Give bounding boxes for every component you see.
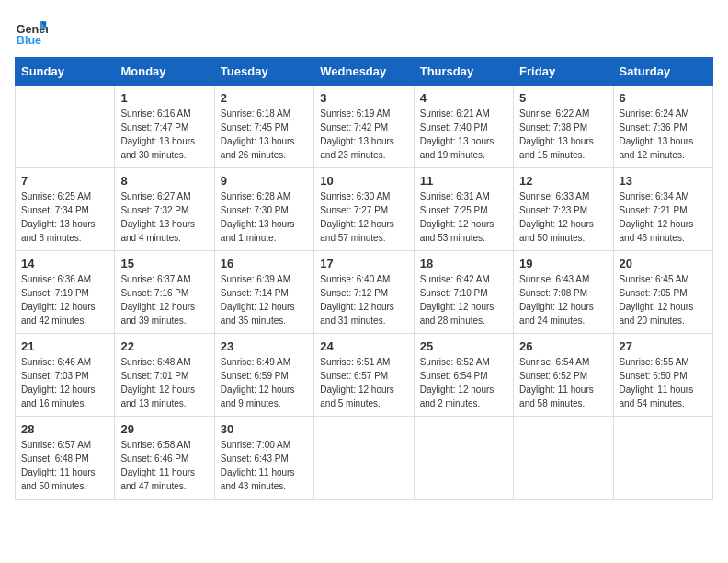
col-header-monday: Monday [115, 58, 214, 86]
day-info: Sunrise: 6:31 AM Sunset: 7:25 PM Dayligh… [420, 190, 507, 245]
calendar-week-row-1: 1Sunrise: 6:16 AM Sunset: 7:47 PM Daylig… [16, 86, 713, 168]
day-info: Sunrise: 6:51 AM Sunset: 6:57 PM Dayligh… [320, 355, 407, 410]
calendar-week-row-2: 7Sunrise: 6:25 AM Sunset: 7:34 PM Daylig… [16, 168, 713, 251]
col-header-sunday: Sunday [16, 58, 115, 86]
day-number: 26 [519, 339, 607, 353]
day-number: 9 [221, 174, 308, 188]
calendar-cell: 29Sunrise: 6:58 AM Sunset: 6:46 PM Dayli… [115, 417, 214, 500]
day-number: 23 [221, 339, 308, 353]
day-info: Sunrise: 6:54 AM Sunset: 6:52 PM Dayligh… [519, 355, 607, 410]
calendar-cell: 19Sunrise: 6:43 AM Sunset: 7:08 PM Dayli… [514, 251, 613, 334]
calendar-cell: 4Sunrise: 6:21 AM Sunset: 7:40 PM Daylig… [414, 86, 513, 168]
day-info: Sunrise: 6:39 AM Sunset: 7:14 PM Dayligh… [221, 272, 308, 327]
day-info: Sunrise: 6:16 AM Sunset: 7:47 PM Dayligh… [120, 107, 208, 162]
day-number: 12 [519, 174, 607, 188]
calendar-cell: 23Sunrise: 6:49 AM Sunset: 6:59 PM Dayli… [214, 334, 313, 417]
day-number: 21 [21, 339, 108, 353]
day-number: 22 [120, 339, 208, 353]
day-number: 11 [420, 174, 507, 188]
day-number: 28 [21, 422, 108, 436]
day-number: 24 [320, 339, 407, 353]
col-header-thursday: Thursday [414, 58, 513, 86]
calendar-week-row-4: 21Sunrise: 6:46 AM Sunset: 7:03 PM Dayli… [16, 334, 713, 417]
day-number: 14 [21, 257, 108, 270]
calendar-cell: 1Sunrise: 6:16 AM Sunset: 7:47 PM Daylig… [115, 86, 214, 168]
day-number: 27 [620, 339, 707, 353]
day-info: Sunrise: 6:46 AM Sunset: 7:03 PM Dayligh… [21, 355, 108, 410]
calendar-cell: 12Sunrise: 6:33 AM Sunset: 7:23 PM Dayli… [514, 168, 613, 251]
calendar-cell: 20Sunrise: 6:45 AM Sunset: 7:05 PM Dayli… [613, 251, 712, 334]
calendar-cell: 11Sunrise: 6:31 AM Sunset: 7:25 PM Dayli… [414, 168, 513, 251]
day-info: Sunrise: 6:58 AM Sunset: 6:46 PM Dayligh… [120, 438, 208, 493]
day-number: 4 [420, 91, 507, 105]
day-number: 17 [320, 257, 407, 270]
calendar-cell: 5Sunrise: 6:22 AM Sunset: 7:38 PM Daylig… [514, 86, 613, 168]
day-info: Sunrise: 6:37 AM Sunset: 7:16 PM Dayligh… [120, 272, 208, 327]
day-info: Sunrise: 6:30 AM Sunset: 7:27 PM Dayligh… [320, 190, 407, 245]
calendar-cell: 6Sunrise: 6:24 AM Sunset: 7:36 PM Daylig… [613, 86, 712, 168]
calendar-cell: 13Sunrise: 6:34 AM Sunset: 7:21 PM Dayli… [613, 168, 712, 251]
day-number: 13 [620, 174, 707, 188]
calendar-cell: 25Sunrise: 6:52 AM Sunset: 6:54 PM Dayli… [414, 334, 513, 417]
calendar-cell: 18Sunrise: 6:42 AM Sunset: 7:10 PM Dayli… [414, 251, 513, 334]
calendar-cell: 27Sunrise: 6:55 AM Sunset: 6:50 PM Dayli… [613, 334, 712, 417]
calendar-header-row: SundayMondayTuesdayWednesdayThursdayFrid… [16, 58, 713, 86]
day-info: Sunrise: 6:42 AM Sunset: 7:10 PM Dayligh… [420, 272, 507, 327]
page-header: General Blue [15, 15, 713, 48]
logo-icon: General Blue [15, 15, 48, 48]
day-number: 16 [221, 257, 308, 270]
day-number: 5 [519, 91, 607, 105]
day-info: Sunrise: 6:34 AM Sunset: 7:21 PM Dayligh… [620, 190, 707, 245]
calendar-week-row-3: 14Sunrise: 6:36 AM Sunset: 7:19 PM Dayli… [16, 251, 713, 334]
calendar-cell: 15Sunrise: 6:37 AM Sunset: 7:16 PM Dayli… [115, 251, 214, 334]
calendar-cell: 21Sunrise: 6:46 AM Sunset: 7:03 PM Dayli… [16, 334, 115, 417]
day-number: 29 [120, 422, 208, 436]
calendar-cell [414, 417, 513, 500]
col-header-tuesday: Tuesday [214, 58, 313, 86]
day-info: Sunrise: 6:48 AM Sunset: 7:01 PM Dayligh… [120, 355, 208, 410]
calendar-cell: 2Sunrise: 6:18 AM Sunset: 7:45 PM Daylig… [214, 86, 313, 168]
calendar-cell: 22Sunrise: 6:48 AM Sunset: 7:01 PM Dayli… [115, 334, 214, 417]
day-info: Sunrise: 6:18 AM Sunset: 7:45 PM Dayligh… [221, 107, 308, 162]
day-number: 3 [320, 91, 407, 105]
calendar-cell: 17Sunrise: 6:40 AM Sunset: 7:12 PM Dayli… [314, 251, 414, 334]
calendar-cell [314, 417, 414, 500]
day-info: Sunrise: 6:25 AM Sunset: 7:34 PM Dayligh… [21, 190, 108, 245]
calendar-cell: 3Sunrise: 6:19 AM Sunset: 7:42 PM Daylig… [314, 86, 414, 168]
calendar-table: SundayMondayTuesdayWednesdayThursdayFrid… [15, 57, 713, 500]
day-number: 7 [21, 174, 108, 188]
calendar-cell [613, 417, 712, 500]
day-info: Sunrise: 6:43 AM Sunset: 7:08 PM Dayligh… [519, 272, 607, 327]
calendar-cell: 28Sunrise: 6:57 AM Sunset: 6:48 PM Dayli… [16, 417, 115, 500]
day-number: 25 [420, 339, 507, 353]
day-number: 8 [120, 174, 208, 188]
day-info: Sunrise: 6:36 AM Sunset: 7:19 PM Dayligh… [21, 272, 108, 327]
day-number: 10 [320, 174, 407, 188]
svg-text:Blue: Blue [17, 34, 41, 47]
calendar-cell: 8Sunrise: 6:27 AM Sunset: 7:32 PM Daylig… [115, 168, 214, 251]
day-info: Sunrise: 6:40 AM Sunset: 7:12 PM Dayligh… [320, 272, 407, 327]
day-info: Sunrise: 6:21 AM Sunset: 7:40 PM Dayligh… [420, 107, 507, 162]
day-number: 2 [221, 91, 308, 105]
day-number: 1 [120, 91, 208, 105]
day-info: Sunrise: 6:55 AM Sunset: 6:50 PM Dayligh… [620, 355, 707, 410]
day-number: 20 [620, 257, 707, 270]
logo: General Blue [15, 15, 51, 48]
day-info: Sunrise: 6:33 AM Sunset: 7:23 PM Dayligh… [519, 190, 607, 245]
day-number: 6 [620, 91, 707, 105]
day-number: 15 [120, 257, 208, 270]
calendar-week-row-5: 28Sunrise: 6:57 AM Sunset: 6:48 PM Dayli… [16, 417, 713, 500]
calendar-cell: 14Sunrise: 6:36 AM Sunset: 7:19 PM Dayli… [16, 251, 115, 334]
day-info: Sunrise: 6:57 AM Sunset: 6:48 PM Dayligh… [21, 438, 108, 493]
col-header-saturday: Saturday [613, 58, 712, 86]
day-number: 30 [221, 422, 308, 436]
day-info: Sunrise: 7:00 AM Sunset: 6:43 PM Dayligh… [221, 438, 308, 493]
calendar-cell: 10Sunrise: 6:30 AM Sunset: 7:27 PM Dayli… [314, 168, 414, 251]
calendar-cell: 9Sunrise: 6:28 AM Sunset: 7:30 PM Daylig… [214, 168, 313, 251]
day-info: Sunrise: 6:22 AM Sunset: 7:38 PM Dayligh… [519, 107, 607, 162]
calendar-cell [514, 417, 613, 500]
day-info: Sunrise: 6:24 AM Sunset: 7:36 PM Dayligh… [620, 107, 707, 162]
day-number: 18 [420, 257, 507, 270]
calendar-cell: 30Sunrise: 7:00 AM Sunset: 6:43 PM Dayli… [214, 417, 313, 500]
day-info: Sunrise: 6:28 AM Sunset: 7:30 PM Dayligh… [221, 190, 308, 245]
